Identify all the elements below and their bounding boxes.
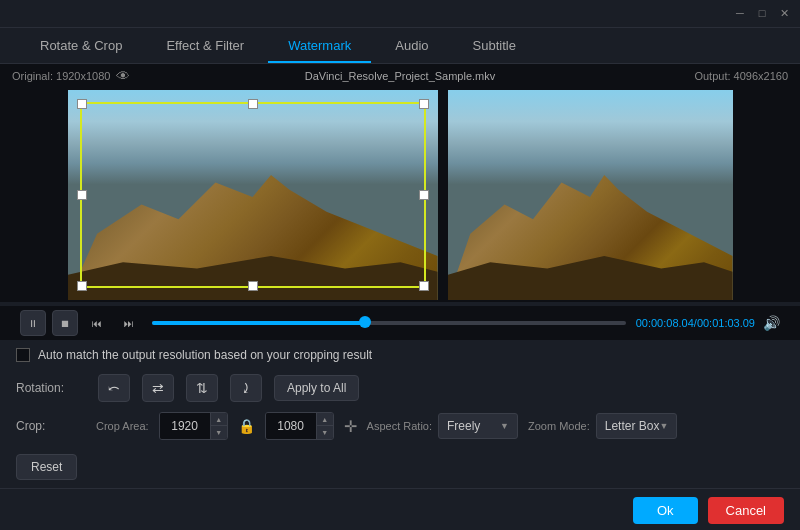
video-preview-left <box>68 90 438 300</box>
pause-button[interactable]: ⏸ <box>20 310 46 336</box>
rotation-label: Rotation: <box>16 381 86 395</box>
rotate-right-button[interactable]: ⤸ <box>230 374 262 402</box>
crop-width-spinner: ▲ ▼ <box>210 413 227 439</box>
volume-icon[interactable]: 🔊 <box>763 315 788 331</box>
tab-bar: Rotate & Crop Effect & Filter Watermark … <box>0 28 800 64</box>
crop-handle-bottomright[interactable] <box>419 281 429 291</box>
title-bar: ─ □ ✕ <box>0 0 800 28</box>
crop-row: Crop: Crop Area: ▲ ▼ 🔒 ▲ ▼ <box>16 412 784 440</box>
crop-width-field[interactable] <box>160 413 210 439</box>
reset-button[interactable]: Reset <box>16 454 77 480</box>
crop-area-label: Crop Area: <box>96 420 149 432</box>
aspect-ratio-arrow: ▼ <box>500 421 509 431</box>
ok-button[interactable]: Ok <box>633 497 698 524</box>
prev-frame-button[interactable]: ⏮ <box>84 310 110 336</box>
video-frame-right <box>448 90 733 300</box>
crop-handle-topleft[interactable] <box>77 99 87 109</box>
crop-height-input: ▲ ▼ <box>265 412 334 440</box>
crop-handle-topmid[interactable] <box>248 99 258 109</box>
bottom-bar: Ok Cancel <box>0 488 800 530</box>
flip-horizontal-button[interactable]: ⇄ <box>142 374 174 402</box>
original-label: Original: 1920x1080 <box>12 70 110 82</box>
crop-width-up[interactable]: ▲ <box>211 413 227 426</box>
flip-vertical-button[interactable]: ⇅ <box>186 374 218 402</box>
crop-handle-bottomleft[interactable] <box>77 281 87 291</box>
zoom-mode-label: Zoom Mode: <box>528 420 590 432</box>
zoom-mode-arrow: ▼ <box>659 421 668 431</box>
time-display: 00:00:08.04/00:01:03.09 <box>636 317 763 329</box>
crop-width-input: ▲ ▼ <box>159 412 228 440</box>
crop-handle-bottommid[interactable] <box>248 281 258 291</box>
current-time: 00:00:08.04 <box>636 317 694 329</box>
rotate-left-button[interactable]: ⤺ <box>98 374 130 402</box>
rotation-row: Rotation: ⤺ ⇄ ⇅ ⤸ Apply to All <box>16 374 784 402</box>
aspect-ratio-label: Aspect Ratio: <box>367 420 432 432</box>
tab-rotate-crop[interactable]: Rotate & Crop <box>20 30 142 63</box>
filename-label: DaVinci_Resolve_Project_Sample.mkv <box>305 70 496 82</box>
preview-videos <box>0 88 800 302</box>
crop-overlay[interactable] <box>80 102 426 288</box>
aspect-ratio-group: Aspect Ratio: Freely ▼ <box>367 413 518 439</box>
settings-area: Auto match the output resolution based o… <box>0 340 800 488</box>
crop-height-spinner: ▲ ▼ <box>316 413 333 439</box>
aspect-ratio-value: Freely <box>447 419 480 433</box>
cancel-button[interactable]: Cancel <box>708 497 784 524</box>
crop-height-down[interactable]: ▼ <box>317 426 333 439</box>
aspect-ratio-select[interactable]: Freely ▼ <box>438 413 518 439</box>
total-time: 00:01:03.09 <box>697 317 755 329</box>
auto-match-row: Auto match the output resolution based o… <box>16 348 784 362</box>
action-buttons-row: Reset <box>16 450 784 480</box>
zoom-mode-select[interactable]: Letter Box ▼ <box>596 413 678 439</box>
progress-fill <box>152 321 365 325</box>
apply-to-all-button[interactable]: Apply to All <box>274 375 359 401</box>
auto-match-checkbox[interactable] <box>16 348 30 362</box>
auto-match-label: Auto match the output resolution based o… <box>38 348 372 362</box>
original-info: Original: 1920x1080 👁 <box>12 68 130 84</box>
close-button[interactable]: ✕ <box>776 7 792 20</box>
crop-width-down[interactable]: ▼ <box>211 426 227 439</box>
minimize-button[interactable]: ─ <box>732 7 748 20</box>
tab-watermark[interactable]: Watermark <box>268 30 371 63</box>
playback-buttons: ⏸ ⏹ ⏮ ⏭ <box>12 310 142 336</box>
crop-height-up[interactable]: ▲ <box>317 413 333 426</box>
zoom-mode-group: Zoom Mode: Letter Box ▼ <box>528 413 677 439</box>
tab-subtitle[interactable]: Subtitle <box>453 30 536 63</box>
preview-meta: Original: 1920x1080 👁 DaVinci_Resolve_Pr… <box>0 64 800 88</box>
crop-label: Crop: <box>16 419 86 433</box>
crop-handle-midleft[interactable] <box>77 190 87 200</box>
lock-icon[interactable]: 🔒 <box>238 418 255 434</box>
window-controls: ─ □ ✕ <box>732 7 792 20</box>
playback-controls-row: ⏸ ⏹ ⏮ ⏭ 00:00:08.04/00:01:03.09 🔊 <box>0 306 800 340</box>
center-icon[interactable]: ✛ <box>344 417 357 436</box>
output-label: Output: 4096x2160 <box>694 70 788 82</box>
crop-handle-topright[interactable] <box>419 99 429 109</box>
maximize-button[interactable]: □ <box>754 7 770 20</box>
tab-effect-filter[interactable]: Effect & Filter <box>146 30 264 63</box>
progress-thumb[interactable] <box>359 316 371 328</box>
main-content: Original: 1920x1080 👁 DaVinci_Resolve_Pr… <box>0 64 800 530</box>
crop-height-field[interactable] <box>266 413 316 439</box>
zoom-mode-value: Letter Box <box>605 419 660 433</box>
crop-handle-midright[interactable] <box>419 190 429 200</box>
eye-icon[interactable]: 👁 <box>116 68 130 84</box>
tab-audio[interactable]: Audio <box>375 30 448 63</box>
next-frame-button[interactable]: ⏭ <box>116 310 142 336</box>
video-preview-right <box>448 90 733 300</box>
stop-button[interactable]: ⏹ <box>52 310 78 336</box>
progress-bar[interactable] <box>152 321 626 325</box>
